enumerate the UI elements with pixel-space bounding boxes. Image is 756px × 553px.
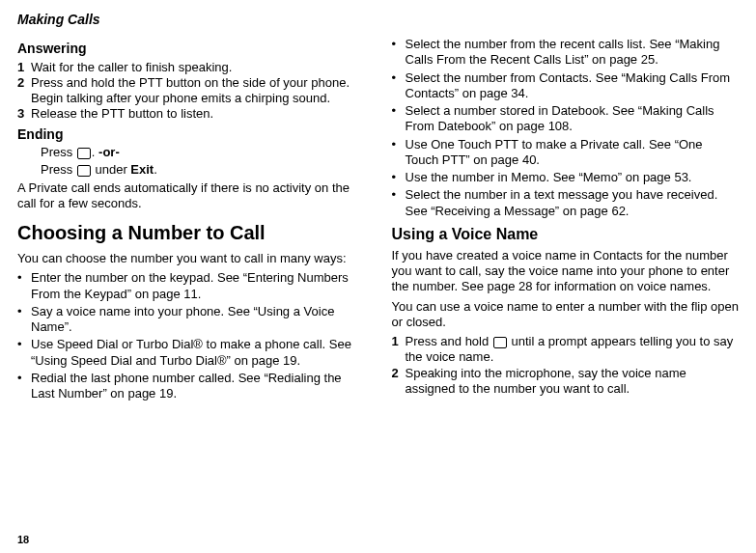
text: . — [154, 162, 157, 177]
list-item: •Say a voice name into your phone. See “… — [17, 304, 365, 336]
end-key-icon — [77, 148, 91, 159]
exit-label: Exit — [130, 162, 154, 177]
voice-paragraph-2: You can use a voice name to enter a numb… — [392, 299, 740, 331]
answering-heading: Answering — [17, 41, 365, 58]
bullet-icon: • — [392, 37, 406, 69]
ending-note: A Private call ends automatically if the… — [17, 180, 365, 212]
ending-line-2: Press under Exit. — [41, 162, 365, 178]
list-item: •Select the number from Contacts. See “M… — [392, 70, 740, 102]
bullet-icon: • — [392, 170, 406, 185]
list-item: •Select the number in a text message you… — [392, 187, 740, 219]
list-item: •Use Speed Dial or Turbo Dial® to make a… — [17, 337, 365, 369]
text: under — [92, 162, 130, 177]
list-item: 1 Press and hold until a prompt appears … — [392, 334, 740, 366]
list-item: •Enter the number on the keypad. See “En… — [17, 270, 365, 302]
ending-line-1: Press . -or- — [41, 145, 365, 160]
step-text: Release the PTT button to listen. — [31, 106, 213, 122]
choosing-bullets: •Enter the number on the keypad. See “En… — [17, 270, 365, 401]
step-text: Press and hold until a prompt appears te… — [406, 334, 740, 366]
bullet-text: Redial the last phone number called. See… — [31, 371, 365, 402]
text: Press and hold — [406, 334, 492, 348]
step-text: Press and hold the PTT button on the sid… — [31, 75, 365, 107]
list-item: 2 Speaking into the microphone, say the … — [392, 366, 740, 398]
speaker-key-icon — [493, 337, 507, 348]
page-number: 18 — [17, 534, 29, 545]
choosing-intro: You can choose the number you want to ca… — [17, 251, 365, 266]
bullet-icon: • — [392, 137, 406, 169]
page-header: Making Calls — [17, 12, 739, 27]
list-item: •Select a number stored in Datebook. See… — [392, 103, 740, 135]
step-number: 1 — [392, 334, 406, 366]
bullet-icon: • — [17, 337, 31, 369]
bullet-icon: • — [392, 103, 406, 135]
bullet-text: Use Speed Dial or Turbo Dial® to make a … — [31, 337, 365, 369]
step-number: 3 — [17, 106, 31, 122]
bullet-text: Use One Touch PTT to make a Private call… — [406, 137, 740, 169]
list-item: •Redial the last phone number called. Se… — [17, 371, 365, 402]
voice-name-heading: Using a Voice Name — [392, 225, 740, 244]
softkey-icon — [77, 165, 91, 177]
list-item: 2Press and hold the PTT button on the si… — [17, 75, 365, 107]
bullet-icon: • — [17, 304, 31, 336]
bullet-text: Select a number stored in Datebook. See … — [406, 103, 740, 135]
voice-paragraph-1: If you have created a voice name in Cont… — [392, 248, 740, 295]
list-item: 3Release the PTT button to listen. — [17, 106, 365, 122]
list-item: •Use the number in Memo. See “Memo” on p… — [392, 170, 740, 185]
step-number: 2 — [17, 75, 31, 107]
voice-steps: 1 Press and hold until a prompt appears … — [392, 334, 740, 397]
bullet-icon: • — [17, 371, 31, 402]
step-text: Speaking into the microphone, say the vo… — [406, 366, 740, 398]
bullet-icon: • — [392, 70, 406, 102]
bullet-icon: • — [17, 270, 31, 302]
bullet-text: Select the number from the recent calls … — [406, 37, 740, 69]
list-item: •Use One Touch PTT to make a Private cal… — [392, 137, 740, 169]
bullet-text: Use the number in Memo. See “Memo” on pa… — [406, 170, 692, 185]
bullet-text: Enter the number on the keypad. See “Ent… — [31, 270, 365, 302]
ending-heading: Ending — [17, 126, 365, 144]
left-column: Answering 1Wait for the caller to finish… — [17, 37, 365, 403]
bullet-icon: • — [392, 187, 406, 219]
choosing-heading: Choosing a Number to Call — [17, 221, 365, 245]
bullet-text: Select the number from Contacts. See “Ma… — [406, 70, 740, 102]
bullet-text: Say a voice name into your phone. See “U… — [31, 304, 365, 336]
step-text: Wait for the caller to finish speaking. — [31, 60, 232, 75]
bullet-text: Select the number in a text message you … — [406, 187, 740, 219]
text: Press — [41, 145, 76, 159]
right-column: •Select the number from the recent calls… — [392, 37, 740, 403]
or-text: -or- — [98, 145, 120, 159]
list-item: 1Wait for the caller to finish speaking. — [17, 60, 365, 75]
step-number: 2 — [392, 366, 406, 398]
step-number: 1 — [17, 60, 31, 75]
answering-steps: 1Wait for the caller to finish speaking.… — [17, 60, 365, 123]
right-bullets: •Select the number from the recent calls… — [392, 37, 740, 219]
text: Press — [41, 162, 76, 177]
list-item: •Select the number from the recent calls… — [392, 37, 740, 69]
text: . — [92, 145, 98, 159]
